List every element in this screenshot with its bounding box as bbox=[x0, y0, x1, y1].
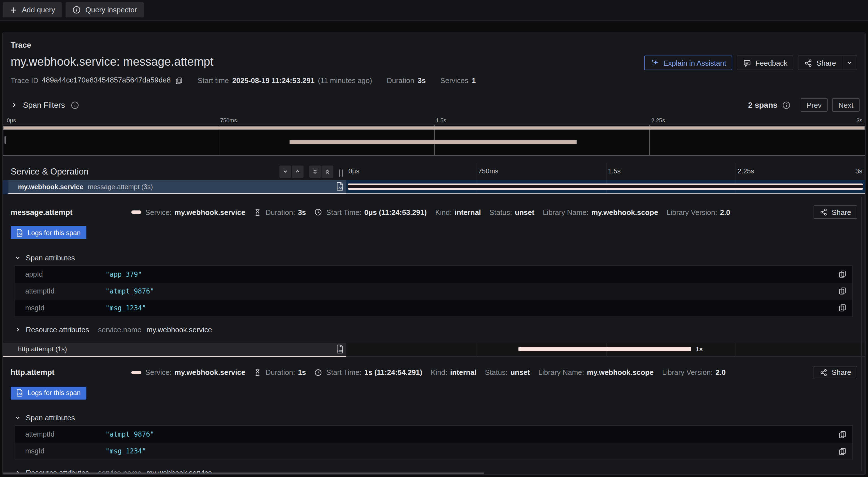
resource-attributes-toggle[interactable]: Resource attributes service.name my.webh… bbox=[14, 325, 857, 334]
status-value: unset bbox=[510, 368, 530, 377]
attribute-row: attemptId "atmpt_9876" bbox=[15, 426, 852, 443]
svg-text:LOG: LOG bbox=[17, 393, 23, 396]
share-label: Share bbox=[832, 368, 851, 377]
logs-button-label: Logs for this span bbox=[28, 229, 81, 237]
service-value: my.webhook.service bbox=[175, 368, 245, 377]
span-attributes-label: Span attributes bbox=[26, 414, 75, 422]
span-filters-toggle[interactable]: Span Filters bbox=[11, 100, 79, 110]
span-detail-http-attempt: http.attempt Service: my.webhook.service… bbox=[3, 366, 865, 475]
horizontal-scrollbar-thumb[interactable] bbox=[3, 473, 484, 474]
chevron-right-icon bbox=[11, 101, 18, 108]
span-share-button[interactable]: Share bbox=[814, 205, 857, 219]
span-attributes-toggle[interactable]: Span attributes bbox=[14, 414, 857, 422]
span-row-name-cell[interactable]: my.webhook.service message.attempt (3s) … bbox=[3, 180, 346, 194]
trace-view-page: Add query Query inspector Trace my.webho… bbox=[0, 0, 868, 477]
query-inspector-label: Query inspector bbox=[86, 6, 137, 14]
copy-attribute-button[interactable] bbox=[838, 270, 847, 278]
span-detail-header: message.attempt Service: my.webhook.serv… bbox=[11, 205, 857, 219]
logs-for-span-button[interactable]: LOG Logs for this span bbox=[11, 386, 86, 399]
attribute-value: "atmpt_9876" bbox=[105, 430, 154, 438]
chevron-up-icon bbox=[294, 168, 301, 175]
log-file-icon[interactable]: LOG bbox=[336, 344, 344, 354]
timeline-tick: 1.5s bbox=[608, 167, 621, 175]
timeline-tick: 0μs bbox=[348, 167, 360, 175]
service-operation-header: Service & Operation bbox=[3, 163, 346, 180]
chevron-down-icon bbox=[846, 59, 853, 66]
share-button[interactable]: Share bbox=[798, 56, 842, 70]
feedback-button[interactable]: Feedback bbox=[737, 56, 794, 70]
service-label: Service: bbox=[145, 208, 172, 216]
logs-for-span-button[interactable]: LOG Logs for this span bbox=[11, 226, 86, 239]
span-detail-name: message.attempt bbox=[11, 208, 131, 216]
span-attributes-label: Span attributes bbox=[26, 254, 75, 262]
attribute-key: attemptId bbox=[25, 287, 105, 295]
timeline-tick: 3s bbox=[856, 167, 862, 175]
copy-attribute-button[interactable] bbox=[838, 447, 847, 455]
minimap-tick: 2.25s bbox=[651, 117, 665, 123]
span-share-button[interactable]: Share bbox=[814, 366, 857, 379]
timeline-gridline bbox=[736, 163, 736, 180]
collapse-one-button[interactable] bbox=[279, 165, 291, 178]
column-resize-handle[interactable] bbox=[339, 170, 343, 177]
attribute-value: "msg_1234" bbox=[105, 447, 146, 455]
svg-text:LOG: LOG bbox=[17, 233, 23, 235]
logs-button-label: Logs for this span bbox=[28, 389, 81, 397]
comment-icon bbox=[743, 59, 751, 67]
next-span-button[interactable]: Next bbox=[832, 98, 860, 112]
duration-label: Duration: bbox=[266, 208, 295, 216]
log-file-icon: LOG bbox=[16, 228, 24, 237]
trace-actions: Explain in Assistant Feedback Share bbox=[644, 56, 857, 70]
prev-span-button[interactable]: Prev bbox=[800, 98, 828, 112]
start-time-relative: (11 minutes ago) bbox=[318, 76, 372, 85]
span-duration-bar[interactable] bbox=[348, 183, 863, 189]
copy-attribute-button[interactable] bbox=[838, 287, 847, 295]
trace-id-value[interactable]: 489a44cc170e83454857a5647da59de8 bbox=[42, 76, 171, 85]
sparkles-icon bbox=[650, 58, 659, 67]
query-inspector-button[interactable]: Query inspector bbox=[66, 2, 144, 18]
share-icon bbox=[804, 59, 813, 67]
library-name-value: my.webhook.scope bbox=[591, 208, 658, 216]
span-row-timeline-cell[interactable]: 1s bbox=[346, 342, 865, 357]
share-label: Share bbox=[832, 208, 851, 216]
minimap-canvas[interactable] bbox=[3, 125, 865, 156]
share-icon bbox=[820, 208, 828, 216]
span-duration-bar[interactable] bbox=[519, 347, 691, 351]
query-toolbar: Add query Query inspector bbox=[0, 0, 868, 21]
vertical-scrollbar-track[interactable] bbox=[861, 197, 862, 471]
hourglass-icon bbox=[254, 208, 261, 216]
duration-value: 3s bbox=[418, 76, 426, 85]
panel-title: Trace bbox=[3, 33, 865, 49]
span-row-message-attempt[interactable]: my.webhook.service message.attempt (3s) … bbox=[3, 180, 865, 194]
collapse-all-button[interactable] bbox=[309, 165, 321, 178]
start-time-label: Start Time: bbox=[326, 368, 362, 377]
explain-in-assistant-button[interactable]: Explain in Assistant bbox=[644, 56, 732, 70]
chevron-down-icon bbox=[14, 255, 21, 261]
duration-label: Duration: bbox=[266, 368, 295, 377]
span-detail-header: http.attempt Service: my.webhook.service… bbox=[11, 366, 857, 379]
attribute-row: msgId "msg_1234" bbox=[15, 299, 852, 316]
copy-attribute-button[interactable] bbox=[838, 304, 847, 312]
kind-value: internal bbox=[455, 208, 481, 216]
copy-trace-id-button[interactable] bbox=[175, 77, 183, 85]
copy-attribute-button[interactable] bbox=[838, 430, 847, 439]
library-name-label: Library Name: bbox=[543, 208, 589, 216]
start-time-value: 1s (11:24:54.291) bbox=[365, 368, 423, 377]
attribute-row: appId "app_379" bbox=[15, 266, 852, 282]
span-filters-row: Span Filters 2 spans Prev Next bbox=[3, 98, 865, 112]
span-attributes-toggle[interactable]: Span attributes bbox=[14, 254, 857, 262]
expand-all-button[interactable] bbox=[321, 165, 333, 178]
double-chevron-up-icon bbox=[324, 168, 331, 175]
minimap-drag-handle[interactable] bbox=[4, 137, 6, 144]
add-query-button[interactable]: Add query bbox=[3, 2, 62, 18]
start-time-value: 2025-08-19 11:24:53.291 bbox=[232, 76, 314, 85]
attribute-row: attemptId "atmpt_9876" bbox=[15, 282, 852, 299]
span-operation-name: http.attempt (1s) bbox=[18, 345, 67, 353]
span-row-http-attempt[interactable]: http.attempt (1s) LOG 1s bbox=[3, 342, 865, 357]
span-row-name-cell[interactable]: http.attempt (1s) LOG bbox=[3, 342, 346, 357]
share-menu-button[interactable] bbox=[842, 56, 857, 70]
attribute-key: msgId bbox=[25, 304, 105, 312]
log-file-icon[interactable]: LOG bbox=[336, 181, 344, 191]
span-row-timeline-cell[interactable] bbox=[346, 180, 865, 194]
library-version-label: Library Version: bbox=[662, 368, 713, 377]
expand-one-button[interactable] bbox=[292, 165, 304, 178]
